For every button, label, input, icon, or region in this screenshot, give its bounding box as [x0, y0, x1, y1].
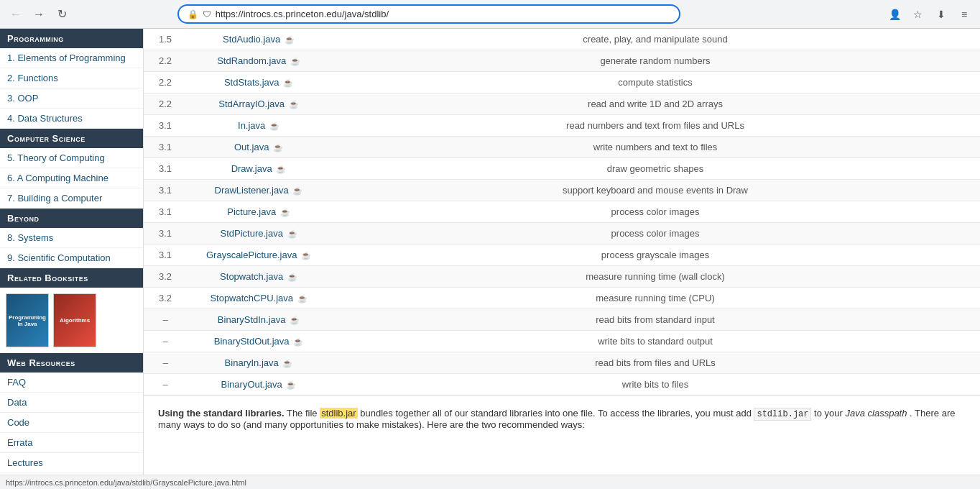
bottom-italic: Java classpath — [845, 408, 907, 419]
row-description: write bits to files — [330, 374, 980, 396]
row-file[interactable]: StdStats.java ☕ — [187, 72, 330, 93]
back-button[interactable]: ← — [6, 4, 26, 24]
bottom-text3: to your — [814, 408, 845, 419]
row-version: 3.2 — [144, 266, 187, 288]
sidebar-item-elements[interactable]: 1. Elements of Programming — [0, 48, 143, 68]
book-algorithms[interactable]: Algorithms — [53, 293, 96, 347]
java-icon: ☕ — [290, 316, 300, 324]
row-file[interactable]: BinaryIn.java ☕ — [187, 352, 330, 374]
file-link[interactable]: StdStats.java ☕ — [224, 77, 293, 88]
file-link[interactable]: StdAudio.java ☕ — [223, 34, 295, 45]
row-description: process color images — [330, 201, 980, 223]
bottom-bold-label: Using the standard libraries. — [158, 408, 285, 419]
row-file[interactable]: BinaryStdOut.java ☕ — [187, 331, 330, 352]
java-icon: ☕ — [276, 165, 286, 173]
row-file[interactable]: Stopwatch.java ☕ — [187, 266, 330, 288]
sidebar-item-systems[interactable]: 8. Systems — [0, 228, 143, 248]
row-description: create, play, and manipulate sound — [330, 29, 980, 50]
sidebar-item-data-structures[interactable]: 4. Data Structures — [0, 109, 143, 129]
menu-button[interactable]: ≡ — [954, 4, 974, 24]
row-version: 2.2 — [144, 93, 187, 115]
row-version: 3.1 — [144, 115, 187, 137]
row-file[interactable]: StdArrayIO.java ☕ — [187, 93, 330, 115]
bottom-section: Using the standard libraries. The file s… — [144, 396, 980, 442]
toolbar-right: 👤 ☆ ⬇ ≡ — [885, 4, 974, 24]
sidebar-item-code[interactable]: Code — [0, 413, 143, 433]
status-bar: https://introcs.cs.princeton.edu/java/st… — [0, 475, 980, 489]
sidebar-item-faq[interactable]: FAQ — [0, 373, 143, 393]
java-icon: ☕ — [285, 35, 295, 44]
file-link[interactable]: StdArrayIO.java ☕ — [218, 99, 298, 109]
file-link[interactable]: BinaryOut.java ☕ — [221, 379, 297, 390]
sidebar-item-functions[interactable]: 2. Functions — [0, 68, 143, 88]
row-description: generate random numbers — [330, 50, 980, 72]
file-link[interactable]: DrawListener.java ☕ — [215, 185, 303, 196]
row-file[interactable]: In.java ☕ — [187, 115, 330, 137]
file-link[interactable]: Draw.java ☕ — [231, 163, 287, 174]
address-bar[interactable]: 🔒 🛡 — [177, 4, 680, 24]
sidebar-item-sci-comp[interactable]: 9. Scientific Computation — [0, 248, 143, 268]
reload-button[interactable]: ↻ — [52, 4, 72, 24]
profile-button[interactable]: 👤 — [885, 4, 905, 24]
row-file[interactable]: Draw.java ☕ — [187, 158, 330, 180]
row-version: – — [144, 331, 187, 352]
row-file[interactable]: DrawListener.java ☕ — [187, 180, 330, 201]
sidebar-programming-header: Programming — [0, 29, 143, 48]
bookmark-button[interactable]: ☆ — [908, 4, 928, 24]
file-link[interactable]: GrayscalePicture.java ☕ — [206, 250, 311, 260]
row-file[interactable]: GrayscalePicture.java ☕ — [187, 244, 330, 266]
file-link[interactable]: BinaryStdIn.java ☕ — [218, 314, 300, 325]
sidebar-item-computing-machine[interactable]: 6. A Computing Machine — [0, 168, 143, 188]
java-icon: ☕ — [283, 78, 293, 87]
book-programming[interactable]: Programming in Java — [6, 293, 49, 347]
row-version: – — [144, 374, 187, 396]
file-link[interactable]: Picture.java ☕ — [227, 206, 290, 217]
sidebar-item-data[interactable]: Data — [0, 393, 143, 413]
sidebar-web-header: Web Resources — [0, 353, 143, 373]
file-link[interactable]: BinaryStdOut.java ☕ — [214, 336, 303, 347]
row-file[interactable]: Out.java ☕ — [187, 137, 330, 158]
row-version: 2.2 — [144, 72, 187, 93]
sidebar: Programming 1. Elements of Programming 2… — [0, 29, 144, 475]
java-icon: ☕ — [292, 186, 302, 195]
file-link[interactable]: StdPicture.java ☕ — [220, 228, 297, 239]
sidebar-item-oop[interactable]: 3. OOP — [0, 88, 143, 109]
sidebar-item-lectures[interactable]: Lectures — [0, 453, 143, 473]
row-file[interactable]: BinaryOut.java ☕ — [187, 374, 330, 396]
row-description: process grayscale images — [330, 244, 980, 266]
file-link[interactable]: Stopwatch.java ☕ — [220, 271, 297, 282]
file-link[interactable]: In.java ☕ — [238, 120, 279, 131]
table-row: – BinaryStdOut.java ☕ write bits to stan… — [144, 331, 980, 352]
file-link[interactable]: StopwatchCPU.java ☕ — [210, 293, 307, 303]
row-file[interactable]: BinaryStdIn.java ☕ — [187, 309, 330, 331]
java-icon: ☕ — [293, 337, 303, 346]
table-row: 3.1 DrawListener.java ☕ support keyboard… — [144, 180, 980, 201]
row-file[interactable]: StdAudio.java ☕ — [187, 29, 330, 50]
sidebar-item-theory[interactable]: 5. Theory of Computing — [0, 148, 143, 168]
row-version: 3.1 — [144, 223, 187, 244]
forward-button[interactable]: → — [29, 4, 49, 24]
row-file[interactable]: StdRandom.java ☕ — [187, 50, 330, 72]
file-link[interactable]: Out.java ☕ — [234, 142, 283, 152]
table-row: – BinaryIn.java ☕ read bits from files a… — [144, 352, 980, 374]
table-row: – BinaryStdIn.java ☕ read bits from stan… — [144, 309, 980, 331]
table-row: 3.1 In.java ☕ read numbers and text from… — [144, 115, 980, 137]
sidebar-item-errata[interactable]: Errata — [0, 433, 143, 453]
row-file[interactable]: StdPicture.java ☕ — [187, 223, 330, 244]
bottom-text2: bundles together all of our standard lib… — [360, 408, 754, 419]
nav-buttons: ← → ↻ — [6, 4, 72, 24]
row-version: 3.1 — [144, 158, 187, 180]
file-link[interactable]: StdRandom.java ☕ — [217, 55, 300, 66]
row-description: process color images — [330, 223, 980, 244]
row-file[interactable]: StopwatchCPU.java ☕ — [187, 288, 330, 309]
table-row: 2.2 StdStats.java ☕ compute statistics — [144, 72, 980, 93]
file-link[interactable]: BinaryIn.java ☕ — [225, 357, 293, 368]
sidebar-item-building[interactable]: 7. Building a Computer — [0, 188, 143, 209]
row-version: 3.1 — [144, 180, 187, 201]
url-input[interactable] — [216, 9, 670, 19]
row-file[interactable]: Picture.java ☕ — [187, 201, 330, 223]
downloads-button[interactable]: ⬇ — [931, 4, 951, 24]
java-icon: ☕ — [297, 294, 308, 303]
row-description: write numbers and text to files — [330, 137, 980, 158]
java-icon: ☕ — [289, 100, 299, 109]
